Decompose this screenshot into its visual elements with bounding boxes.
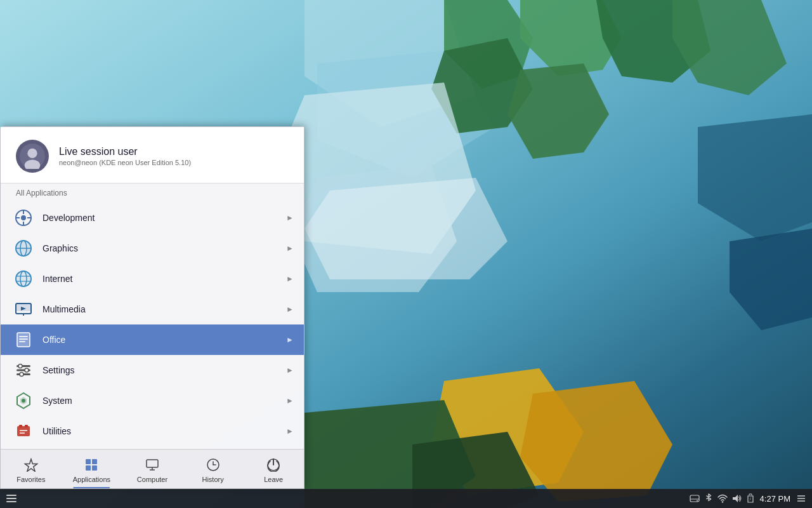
development-arrow: ► — [286, 213, 294, 222]
system-tray — [689, 493, 756, 504]
favorites-tab-label: Favorites — [16, 476, 45, 483]
svg-rect-45 — [19, 341, 25, 342]
settings-arrow: ► — [286, 366, 294, 375]
menu-item-multimedia[interactable]: Multimedia ► — [1, 294, 304, 324]
menu-item-utilities[interactable]: Utilities ► — [1, 416, 304, 446]
history-tab-label: History — [202, 476, 223, 483]
system-arrow: ► — [286, 396, 294, 405]
menu-item-development[interactable]: Development ► — [1, 203, 304, 233]
user-subtitle: neon@neon (KDE neon User Edition 5.10) — [59, 159, 191, 166]
storage-tray-icon[interactable] — [689, 493, 700, 504]
svg-marker-80 — [749, 496, 752, 501]
volume-tray-icon[interactable] — [731, 493, 742, 504]
settings-icon — [13, 360, 34, 380]
tab-applications[interactable]: Applications — [62, 453, 122, 486]
taskbar-menu-button[interactable] — [3, 490, 20, 507]
section-label: All Applications — [1, 184, 304, 200]
svg-point-78 — [721, 501, 723, 502]
taskbar-left — [0, 490, 20, 507]
svg-point-49 — [18, 364, 22, 368]
menu-line-1 — [6, 495, 16, 496]
svg-point-50 — [25, 368, 29, 372]
graphics-icon — [13, 238, 34, 258]
svg-point-77 — [697, 500, 698, 502]
user-info: Live session user neon@neon (KDE neon Us… — [59, 146, 191, 166]
svg-point-51 — [20, 373, 23, 377]
multimedia-icon — [13, 299, 34, 319]
history-icon — [204, 456, 222, 474]
office-icon — [13, 330, 34, 350]
settings-label: Settings — [43, 365, 277, 375]
computer-icon — [143, 456, 161, 474]
internet-label: Internet — [43, 274, 277, 284]
leave-tab-label: Leave — [264, 476, 283, 483]
svg-rect-63 — [92, 465, 97, 471]
menu-item-office[interactable]: Office ► — [1, 324, 304, 355]
svg-rect-64 — [147, 460, 158, 467]
tab-favorites[interactable]: Favorites — [1, 453, 62, 486]
utilities-icon — [13, 421, 34, 441]
multimedia-label: Multimedia — [43, 304, 277, 314]
tab-computer[interactable]: Computer — [122, 453, 183, 486]
clock-display: 4:27 PM — [760, 494, 790, 504]
applications-tab-label: Applications — [73, 476, 110, 483]
svg-rect-56 — [19, 425, 22, 427]
battery-tray-icon[interactable] — [745, 493, 756, 504]
avatar — [16, 140, 49, 173]
bottom-navigation: Favorites Applications — [1, 449, 304, 488]
development-icon — [13, 208, 34, 228]
menu-item-system[interactable]: System ► — [1, 385, 304, 416]
menu-item-graphics[interactable]: Graphics ► — [1, 233, 304, 264]
system-icon — [13, 391, 34, 411]
graphics-arrow: ► — [286, 244, 294, 253]
multimedia-arrow: ► — [286, 305, 294, 314]
app-menu-panel: Live session user neon@neon (KDE neon Us… — [0, 126, 304, 489]
applications-icon — [82, 456, 100, 474]
svg-point-19 — [27, 149, 37, 158]
menu-line-2 — [6, 498, 16, 499]
taskbar-right: 4:27 PM — [689, 493, 812, 504]
internet-arrow: ► — [286, 274, 294, 283]
menu-items-list: Development ► Graphics ► — [1, 200, 304, 449]
menu-item-settings[interactable]: Settings ► — [1, 355, 304, 385]
favorites-icon — [22, 456, 40, 474]
tab-leave[interactable]: Leave — [243, 453, 304, 486]
svg-marker-79 — [733, 495, 738, 502]
svg-rect-44 — [19, 338, 28, 340]
svg-rect-37 — [16, 304, 31, 311]
svg-rect-57 — [25, 425, 28, 427]
svg-marker-17 — [304, 178, 508, 279]
svg-rect-62 — [86, 465, 91, 471]
svg-rect-43 — [19, 336, 28, 337]
office-label: Office — [43, 335, 277, 345]
system-label: System — [43, 396, 277, 406]
taskbar: 4:27 PM — [0, 489, 812, 508]
user-profile-section: Live session user neon@neon (KDE neon Us… — [1, 127, 304, 184]
menu-line-3 — [6, 501, 16, 502]
svg-rect-60 — [86, 459, 91, 464]
bluetooth-tray-icon[interactable] — [703, 493, 714, 504]
taskbar-config-icon[interactable] — [796, 493, 807, 504]
leave-icon — [265, 456, 282, 474]
wifi-tray-icon[interactable] — [717, 493, 728, 504]
tab-history[interactable]: History — [183, 453, 244, 486]
graphics-label: Graphics — [43, 243, 277, 253]
svg-rect-61 — [92, 459, 97, 464]
utilities-arrow: ► — [286, 427, 294, 436]
svg-point-22 — [21, 215, 26, 220]
utilities-label: Utilities — [43, 426, 277, 436]
user-name: Live session user — [59, 146, 191, 157]
svg-point-54 — [22, 399, 25, 403]
computer-tab-label: Computer — [137, 476, 167, 483]
svg-rect-55 — [17, 426, 30, 436]
office-arrow: ► — [286, 335, 294, 344]
development-label: Development — [43, 213, 277, 223]
internet-icon — [13, 269, 34, 289]
menu-item-internet[interactable]: Internet ► — [1, 264, 304, 294]
